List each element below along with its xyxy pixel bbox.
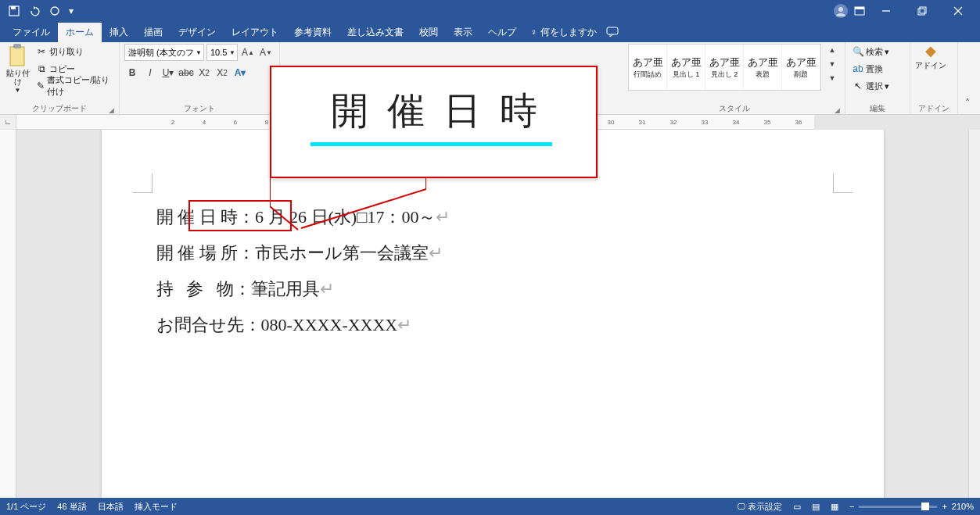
- strikethrough-button[interactable]: abc: [178, 65, 194, 80]
- vertical-ruler[interactable]: [0, 130, 16, 498]
- styles-row-up[interactable]: ▲: [824, 44, 840, 56]
- zoom-value[interactable]: 210%: [952, 502, 974, 511]
- addin-icon: ◆: [925, 44, 936, 59]
- style-label: 表題: [756, 70, 770, 80]
- view-web-button[interactable]: ▦: [831, 502, 838, 512]
- account-button[interactable]: [831, 2, 850, 20]
- tab-view[interactable]: 表示: [446, 23, 480, 42]
- document-canvas[interactable]: 開 催 日 時：6 月 26 日(水)□17：00～↵ 開 催 場 所：市民ホー…: [16, 130, 968, 498]
- line4-value: ：080-XXXX-XXXX: [244, 315, 398, 334]
- tab-review[interactable]: 校閲: [411, 23, 446, 42]
- status-bar: 1/1 ページ 46 単語 日本語 挿入モード 🖵 表示設定 ▭ ▤ ▦ − +…: [0, 498, 980, 515]
- tab-layout[interactable]: レイアウト: [224, 23, 286, 42]
- doc-line-2[interactable]: 開 催 場 所：市民ホール第一会議室↵: [156, 236, 829, 270]
- font-size-input[interactable]: [209, 47, 229, 58]
- style-item[interactable]: あア亜見出し 1: [667, 45, 705, 90]
- tab-home[interactable]: ホーム: [58, 23, 102, 42]
- zoom-slider[interactable]: [859, 506, 937, 508]
- cut-button[interactable]: ✂切り取り: [34, 44, 114, 59]
- display-settings-button[interactable]: 🖵 表示設定: [737, 501, 782, 513]
- view-print-button[interactable]: ▤: [812, 502, 820, 512]
- style-item[interactable]: あア亜見出し 2: [705, 45, 744, 90]
- style-label: 行間詰め: [634, 70, 662, 80]
- tab-selector[interactable]: ∟: [0, 115, 16, 129]
- style-preview: あア亜: [633, 55, 663, 70]
- qa-customize-button[interactable]: ▾: [66, 2, 77, 20]
- tab-insert[interactable]: 挿入: [102, 23, 136, 42]
- copy-icon: ⧉: [35, 63, 48, 75]
- clipboard-group-label: クリップボード: [32, 104, 87, 113]
- grow-font-button[interactable]: A▲: [240, 45, 256, 60]
- vertical-scrollbar[interactable]: [968, 130, 980, 498]
- styles-row-down[interactable]: ▼: [824, 58, 840, 70]
- style-label: 見出し 2: [711, 70, 738, 80]
- status-language[interactable]: 日本語: [98, 501, 124, 513]
- tab-design[interactable]: デザイン: [171, 23, 224, 42]
- styles-gallery[interactable]: あア亜行間詰めあア亜見出し 1あア亜見出し 2あア亜表題あア亜副題: [628, 44, 821, 91]
- chevron-down-icon: ▼: [229, 49, 235, 56]
- ribbon-display-button[interactable]: [850, 2, 869, 20]
- font-name-input[interactable]: [127, 47, 196, 58]
- callout-text: 開催日時: [271, 86, 596, 136]
- ruler-tick: 35: [752, 119, 783, 126]
- tab-draw[interactable]: 描画: [136, 23, 171, 42]
- svg-rect-12: [607, 27, 618, 34]
- paste-button[interactable]: 貼り付け ▼: [5, 44, 31, 95]
- tell-me-label: 何をしますか: [540, 26, 597, 39]
- clipboard-dialog-launcher[interactable]: ◢: [109, 106, 114, 114]
- group-clipboard: 貼り付け ▼ ✂切り取り ⧉コピー ✎書式コピー/貼り付け クリップボード◢: [0, 42, 120, 116]
- selection-highlight: [188, 200, 292, 231]
- style-preview: あア亜: [709, 55, 740, 70]
- style-item[interactable]: あア亜副題: [782, 45, 820, 90]
- comments-button[interactable]: [603, 23, 622, 41]
- subscript-button[interactable]: X2: [196, 65, 212, 80]
- superscript-button[interactable]: X2: [214, 65, 230, 80]
- zoom-thumb[interactable]: [921, 502, 929, 510]
- svg-rect-8: [918, 9, 924, 15]
- styles-dialog-launcher[interactable]: ◢: [835, 106, 840, 114]
- status-insert-mode[interactable]: 挿入モード: [135, 501, 178, 513]
- redo-button[interactable]: [45, 2, 64, 20]
- italic-button[interactable]: I: [142, 65, 158, 80]
- save-button[interactable]: [5, 2, 23, 20]
- chevron-down-icon: ▼: [15, 88, 21, 95]
- style-item[interactable]: あア亜表題: [744, 45, 782, 90]
- style-preview: あア亜: [786, 55, 817, 70]
- tab-references[interactable]: 参考資料: [286, 23, 339, 42]
- font-group-label: フォント: [184, 104, 215, 113]
- minimize-button[interactable]: [869, 0, 903, 22]
- underline-button[interactable]: U▾: [160, 65, 176, 80]
- zoom-out-button[interactable]: −: [849, 502, 854, 511]
- close-button[interactable]: [941, 0, 975, 22]
- restore-button[interactable]: [905, 0, 939, 22]
- status-words[interactable]: 46 単語: [57, 501, 86, 513]
- font-size-combo[interactable]: ▼: [206, 44, 238, 61]
- tab-mailings[interactable]: 差し込み文書: [339, 23, 411, 42]
- doc-line-4[interactable]: お問合せ先：080-XXXX-XXXX↵: [156, 308, 829, 342]
- shrink-font-button[interactable]: A▼: [258, 45, 274, 60]
- styles-more[interactable]: ▼: [824, 72, 840, 84]
- undo-button[interactable]: [25, 2, 44, 20]
- callout-balloon: 開催日時: [270, 66, 598, 178]
- collapse-ribbon-button[interactable]: ˄: [960, 95, 975, 111]
- zoom-control[interactable]: − + 210%: [849, 502, 974, 511]
- view-read-button[interactable]: ▭: [793, 502, 801, 512]
- replace-button[interactable]: ab置換: [850, 61, 891, 77]
- text-effects-button[interactable]: A▾: [232, 65, 248, 80]
- doc-line-3[interactable]: 持 参 物：筆記用具↵: [156, 272, 829, 306]
- tab-help[interactable]: ヘルプ: [480, 23, 524, 42]
- find-button[interactable]: 🔍検索▾: [850, 44, 891, 59]
- addin-button[interactable]: ◆ アドイン: [915, 44, 946, 70]
- format-painter-button[interactable]: ✎書式コピー/貼り付け: [34, 78, 114, 94]
- zoom-in-button[interactable]: +: [942, 502, 946, 511]
- status-page[interactable]: 1/1 ページ: [6, 501, 46, 513]
- font-name-combo[interactable]: ▼: [124, 44, 204, 61]
- style-item[interactable]: あア亜行間詰め: [629, 45, 667, 90]
- style-preview: あア亜: [671, 55, 702, 70]
- scissors-icon: ✂: [35, 45, 48, 58]
- select-button[interactable]: ↖選択▾: [850, 78, 891, 94]
- tab-file[interactable]: ファイル: [5, 23, 58, 42]
- tell-me[interactable]: ♀ 何をしますか: [524, 26, 603, 39]
- title-bar: ▾: [0, 0, 980, 22]
- bold-button[interactable]: B: [124, 65, 140, 80]
